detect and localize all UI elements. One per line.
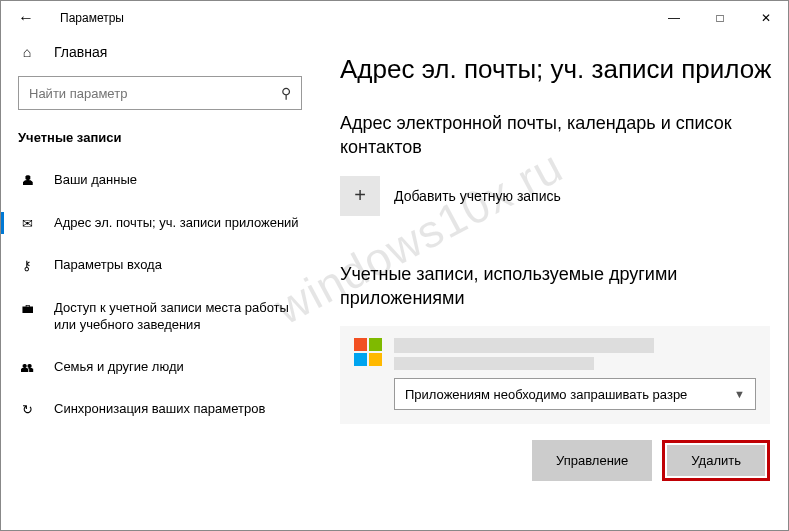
mail-icon: ✉ xyxy=(18,215,36,233)
add-account-label: Добавить учетную запись xyxy=(394,188,561,204)
section-other-apps-heading: Учетные записи, используемые другими при… xyxy=(340,262,789,311)
family-icon: 👥︎ xyxy=(18,359,36,377)
nav-item-label: Семья и другие люди xyxy=(54,358,302,376)
nav-item-label: Параметры входа xyxy=(54,256,302,274)
add-account-row[interactable]: + Добавить учетную запись xyxy=(340,176,789,216)
delete-highlight: Удалить xyxy=(662,440,770,481)
nav-item-sync[interactable]: ↻ Синхронизация ваших параметров xyxy=(0,388,320,431)
search-input[interactable] xyxy=(29,86,281,101)
nav-item-label: Доступ к учетной записи места работы или… xyxy=(54,299,302,334)
plus-icon: + xyxy=(340,176,380,216)
key-icon: ⚷ xyxy=(18,257,36,275)
minimize-button[interactable]: ― xyxy=(651,0,697,36)
back-button[interactable]: ← xyxy=(18,9,38,27)
section-email-heading: Адрес электронной почты, календарь и спи… xyxy=(340,111,789,160)
sidebar: ⌂ Главная ⚲ Учетные записи 👤︎ Ваши данны… xyxy=(0,36,320,531)
delete-button[interactable]: Удалить xyxy=(667,445,765,476)
manage-button[interactable]: Управление xyxy=(532,440,652,481)
account-permission-value: Приложениям необходимо запрашивать разре xyxy=(405,387,687,402)
account-entry[interactable]: Приложениям необходимо запрашивать разре… xyxy=(340,326,770,424)
close-button[interactable]: ✕ xyxy=(743,0,789,36)
nav-item-label: Ваши данные xyxy=(54,171,302,189)
sync-icon: ↻ xyxy=(18,401,36,419)
home-icon: ⌂ xyxy=(18,44,36,60)
nav-section-label: Учетные записи xyxy=(0,130,320,159)
nav-item-signin-options[interactable]: ⚷ Параметры входа xyxy=(0,244,320,287)
account-permission-select[interactable]: Приложениям необходимо запрашивать разре… xyxy=(394,378,756,410)
window-title: Параметры xyxy=(60,11,124,25)
nav-item-your-info[interactable]: 👤︎ Ваши данные xyxy=(0,159,320,202)
person-icon: 👤︎ xyxy=(18,172,36,190)
account-identity-redacted xyxy=(394,338,756,370)
page-heading: Адрес эл. почты; уч. записи прилож xyxy=(340,54,789,85)
search-icon: ⚲ xyxy=(281,85,291,101)
microsoft-logo-icon xyxy=(354,338,382,366)
chevron-down-icon: ▼ xyxy=(734,388,745,400)
nav-item-family[interactable]: 👥︎ Семья и другие люди xyxy=(0,346,320,389)
search-box[interactable]: ⚲ xyxy=(18,76,302,110)
main-content: Адрес эл. почты; уч. записи прилож Адрес… xyxy=(320,36,789,531)
nav-item-work-access[interactable]: 💼︎ Доступ к учетной записи места работы … xyxy=(0,287,320,346)
nav-home-label: Главная xyxy=(54,44,107,60)
nav-item-email-accounts[interactable]: ✉ Адрес эл. почты; уч. записи приложений xyxy=(0,202,320,245)
nav-home[interactable]: ⌂ Главная xyxy=(0,36,320,70)
nav-item-label: Синхронизация ваших параметров xyxy=(54,400,302,418)
nav-item-label: Адрес эл. почты; уч. записи приложений xyxy=(54,214,302,232)
maximize-button[interactable]: □ xyxy=(697,0,743,36)
briefcase-icon: 💼︎ xyxy=(18,300,36,318)
